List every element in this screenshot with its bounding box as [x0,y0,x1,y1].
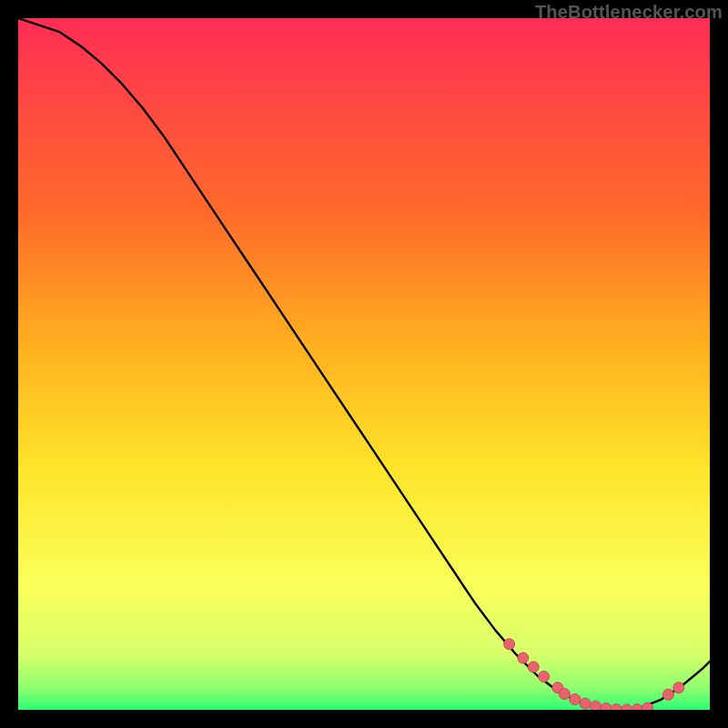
curve-markers [504,639,684,710]
curve-marker-dot [570,694,581,705]
curve-marker-dot [632,704,642,710]
curve-marker-dot [559,689,570,700]
curve-marker-dot [662,689,673,700]
attribution-label: TheBottlenecker.com [535,2,723,23]
curve-marker-dot [591,701,602,710]
curve-marker-dot [539,672,550,682]
curve-marker-dot [673,682,684,693]
curve-marker-dot [611,704,622,710]
curve-marker-dot [528,662,539,672]
curve-marker-dot [518,652,529,663]
curve-marker-dot [504,639,515,650]
curve-marker-dot [622,704,632,710]
curve-marker-dot [580,698,591,709]
bottleneck-curve-line [18,18,710,710]
plot-area [18,18,710,710]
curve-marker-dot [642,703,653,710]
curve-marker-dot [601,703,612,710]
curve-overlay [18,18,710,710]
chart-stage: TheBottlenecker.com [0,0,728,728]
